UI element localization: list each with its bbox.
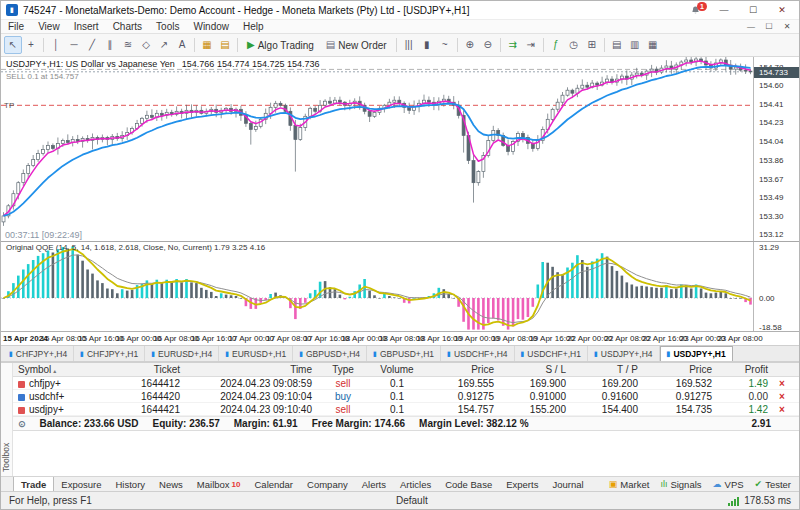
chart-tab-usdjpy-h4[interactable]: ▮USDJPY+,H4 — [588, 346, 660, 361]
column-header-type[interactable]: Type — [317, 364, 369, 375]
toolbar-shapes[interactable]: ◇ — [137, 36, 155, 54]
toolbox-tab-company[interactable]: Company — [300, 477, 355, 491]
toolbar-zoom-out[interactable]: ⊖ — [479, 36, 497, 54]
toolbox-tab-exposure[interactable]: Exposure — [54, 477, 108, 491]
signals-icon: ılı — [660, 479, 667, 489]
toolbar-algo-trading[interactable]: ▶Algo Trading — [241, 36, 320, 54]
maximize-button[interactable]: ☐ — [741, 3, 765, 18]
toolbox-tab-calendar[interactable]: Calendar — [247, 477, 300, 491]
toolbox-tab-history[interactable]: History — [109, 477, 153, 491]
toolbox-tab-journal[interactable]: Journal — [545, 477, 590, 491]
balance-row: ⊙ Balance: 233.66 USDEquity: 236.57Margi… — [13, 416, 799, 431]
chart-tab-chfjpy-h4[interactable]: ▮CHFJPY+,H4 — [3, 346, 74, 361]
main-chart-svg[interactable] — [1, 57, 753, 241]
close-position-button[interactable]: × — [773, 391, 791, 402]
candle-icon: ▮ — [225, 350, 229, 358]
indicator-svg[interactable] — [1, 242, 753, 332]
toolbox-tab-experts[interactable]: Experts — [499, 477, 545, 491]
chart-close-button[interactable]: ✕ — [780, 22, 794, 31]
chart-tab-eurusd-h1[interactable]: ▮EURUSD+,H1 — [219, 346, 293, 361]
toolbox-tab-alerts[interactable]: Alerts — [355, 477, 393, 491]
close-position-button[interactable]: × — [773, 404, 791, 415]
latency-indicator[interactable]: 178.53 ms — [744, 495, 791, 506]
toolbar-zoom-in[interactable]: ⊕ — [461, 36, 479, 54]
toolbar-text[interactable]: A — [173, 36, 191, 54]
toolbar-new-chart[interactable]: ▦ — [198, 36, 216, 54]
position-symbol: usdjpy+ — [13, 404, 113, 415]
toolbar-chart-profiles[interactable]: ▤ — [216, 36, 234, 54]
menu-file[interactable]: File — [1, 20, 31, 33]
column-header-price[interactable]: Price — [425, 364, 499, 375]
column-header-time[interactable]: Time — [185, 364, 317, 375]
time-axis[interactable]: 15 Apr 202415 Apr 08:0015 Apr 16:0016 Ap… — [1, 331, 799, 345]
notifications-button[interactable]: 1 — [690, 5, 707, 16]
menu-tools[interactable]: Tools — [149, 20, 186, 33]
menu-insert[interactable]: Insert — [67, 20, 106, 33]
toolbar-toolbox-toggle[interactable]: ▦ — [644, 36, 662, 54]
toolbar-crosshair[interactable]: + — [22, 36, 40, 54]
column-header-symbol[interactable]: Symbol▴ — [13, 364, 113, 375]
toolbar-equidistant-channel[interactable]: ∥ — [101, 36, 119, 54]
toolbar-line-chart[interactable]: ~ — [436, 36, 454, 54]
column-header-ticket[interactable]: Ticket — [113, 364, 185, 375]
chart-tab-gbpusd-h4[interactable]: ▮GBPUSD+,H4 — [293, 346, 367, 361]
service-label: VPS — [725, 479, 744, 490]
chart-restore-button[interactable]: ☐ — [762, 22, 776, 31]
column-header-profit[interactable]: Profit — [717, 364, 773, 375]
toolbox-tab-code-base[interactable]: Code Base — [438, 477, 499, 491]
chart-minimize-button[interactable]: — — [744, 22, 758, 31]
chart-info: USDJPY+,H1: US Dollar vs Japanese Yen 15… — [6, 59, 319, 69]
toolbox-tab-news[interactable]: News — [152, 477, 190, 491]
service-signals[interactable]: ılıSignals — [660, 479, 701, 490]
column-header-price[interactable]: Price — [643, 364, 717, 375]
column-header-sl[interactable]: S / L — [499, 364, 571, 375]
toolbar-candles-chart[interactable]: ▮ — [418, 36, 436, 54]
toolbar-chart-shift[interactable]: ⇥ — [522, 36, 540, 54]
column-header-volume[interactable]: Volume — [369, 364, 425, 375]
toolbar-cursor[interactable]: ↖ — [4, 36, 22, 54]
chart-tab-label: EURUSD+,H4 — [158, 349, 212, 359]
toolbar-timeframes[interactable]: ◷ — [565, 36, 583, 54]
toolbox-tab-trade[interactable]: Trade — [13, 477, 54, 491]
chart-tab-eurusd-h4[interactable]: ▮EURUSD+,H4 — [145, 346, 219, 361]
chart-tab-gbpusd-h1[interactable]: ▮GBPUSD+,H1 — [367, 346, 441, 361]
indicator-plot: Original QQE (14, 5, 14, 1.618, 2.618, C… — [1, 242, 753, 331]
service-tester[interactable]: ✔Tester — [755, 479, 791, 490]
menu-charts[interactable]: Charts — [106, 20, 149, 33]
toolbar-data-window[interactable]: ▤ — [608, 36, 626, 54]
service-vps[interactable]: ☁VPS — [713, 479, 744, 490]
menu-window[interactable]: Window — [186, 20, 236, 33]
toolbox-caption-strip[interactable]: Toolbox — [1, 363, 13, 476]
toolbar-bars-chart[interactable]: ||| — [400, 36, 418, 54]
indicator-scale[interactable]: 31.290.00-18.58 — [753, 242, 799, 331]
toolbox-tab-articles[interactable]: Articles — [393, 477, 438, 491]
service-market[interactable]: ▣Market — [609, 479, 650, 490]
toolbar-fibonacci-retracement[interactable]: ≋ — [119, 36, 137, 54]
chart-tab-chfjpy-h1[interactable]: ▮CHFJPY+,H1 — [74, 346, 145, 361]
chart-tab-usdchf-h1[interactable]: ▮USDCHF+,H1 — [515, 346, 588, 361]
column-header-tp[interactable]: T / P — [571, 364, 643, 375]
chart-tab-label: EURUSD+,H1 — [232, 349, 286, 359]
toolbar-strategy-tester[interactable]: ▥ — [626, 36, 644, 54]
toolbar-trendline[interactable]: ╱ — [83, 36, 101, 54]
toolbar-arrows[interactable]: ↗ — [155, 36, 173, 54]
chart-tab-usdjpy-h1[interactable]: ▮USDJPY+,H1 — [660, 346, 733, 361]
toolbar-vertical-line[interactable]: │ — [47, 36, 65, 54]
toolbox-tab-mailbox[interactable]: Mailbox10 — [190, 477, 248, 491]
toolbar-new-order[interactable]: ▤New Order — [320, 36, 393, 54]
toolbar-tile-windows[interactable]: ⊞ — [583, 36, 601, 54]
price-scale[interactable]: 154.733 154.78154.60154.41154.23154.0415… — [753, 57, 799, 241]
toolbar-auto-scroll[interactable]: ⇉ — [504, 36, 522, 54]
menu-help[interactable]: Help — [236, 20, 271, 33]
toolbar-horizontal-line[interactable]: ─ — [65, 36, 83, 54]
close-position-button[interactable]: × — [773, 378, 791, 389]
chart-tab-usdchf-h4[interactable]: ▮USDCHF+,H4 — [441, 346, 514, 361]
menu-view[interactable]: View — [31, 20, 67, 33]
position-time: 2024.04.23 09:10:40 — [185, 404, 317, 415]
position-open-price: 169.555 — [425, 378, 499, 389]
minimize-button[interactable]: — — [712, 3, 736, 18]
toolbar-indicators[interactable]: ƒ — [547, 36, 565, 54]
profile-selector[interactable]: Default — [396, 495, 428, 506]
close-button[interactable]: ✕ — [770, 3, 794, 18]
market-icon: ▣ — [609, 479, 618, 489]
